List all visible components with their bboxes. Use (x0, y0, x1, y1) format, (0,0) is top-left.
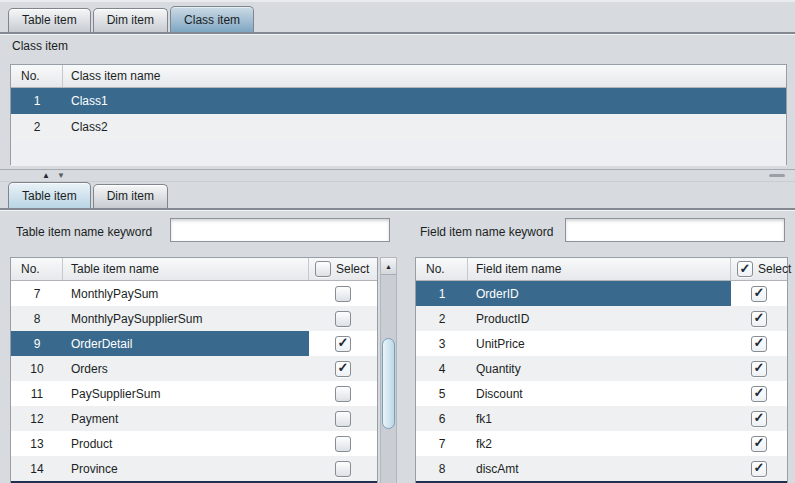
column-header-no: No. (11, 258, 63, 280)
top-tab-divider (0, 32, 795, 35)
table-row[interactable]: 3UnitPrice (416, 331, 787, 356)
table-row[interactable]: 2ProductID (416, 306, 787, 331)
row-name-cell: MonthlyPaySupplierSum (63, 306, 309, 331)
row-number-cell: 4 (416, 356, 468, 381)
row-number-cell: 12 (11, 406, 63, 431)
column-header-select: Select (731, 258, 787, 280)
splitter-collapse-up-icon[interactable]: ▲ (42, 171, 50, 180)
tab-dim-item[interactable]: Dim item (93, 8, 168, 32)
table-row[interactable]: 7fk2 (416, 431, 787, 456)
row-checkbox[interactable] (751, 311, 767, 327)
field-keyword-input[interactable] (565, 218, 785, 242)
row-name-cell: fk1 (468, 406, 731, 431)
table-row[interactable]: 13Product (11, 431, 377, 456)
row-number-cell: 8 (11, 306, 63, 331)
row-number-cell: 6 (416, 406, 468, 431)
row-select-cell (309, 381, 377, 406)
table-row[interactable]: 12Payment (11, 406, 377, 431)
table-row[interactable]: 14Province (11, 456, 377, 481)
select-all-checkbox[interactable] (315, 261, 331, 277)
table-row[interactable]: 11PaySupplierSum (11, 381, 377, 406)
row-checkbox[interactable] (335, 286, 351, 302)
column-header-no: No. (11, 65, 63, 87)
row-number-cell: 1 (11, 88, 63, 114)
table-row[interactable]: 2Class2 (11, 114, 786, 140)
lower-tab-bar: Table item Dim item (8, 181, 168, 208)
tab-table-item[interactable]: Table item (8, 8, 91, 32)
row-number-cell: 9 (11, 331, 63, 356)
splitter-collapse-down-icon[interactable]: ▼ (57, 171, 65, 180)
table-keyword-input[interactable] (170, 218, 390, 242)
row-name-cell: Class2 (63, 114, 786, 140)
row-select-cell (309, 431, 377, 456)
row-name-cell: OrderID (468, 281, 731, 306)
row-select-cell (731, 281, 787, 306)
row-checkbox[interactable] (335, 411, 351, 427)
table-item-header: No. Table item name Select (11, 258, 377, 281)
row-checkbox[interactable] (335, 436, 351, 452)
select-all-checkbox[interactable] (737, 261, 753, 277)
row-select-cell (309, 356, 377, 381)
lower-tab-dim-item[interactable]: Dim item (93, 184, 168, 208)
table-row[interactable]: 4Quantity (416, 356, 787, 381)
row-number-cell: 7 (416, 431, 468, 456)
table-row[interactable]: 6fk1 (416, 406, 787, 431)
scrollbar[interactable]: ▲ (380, 257, 397, 483)
row-select-cell (309, 406, 377, 431)
row-select-cell (309, 306, 377, 331)
table-row[interactable]: 8MonthlyPaySupplierSum (11, 306, 377, 331)
tab-class-item[interactable]: Class item (170, 6, 254, 32)
table-row[interactable]: 9OrderDetail (11, 331, 377, 356)
table-row[interactable]: 10Orders (11, 356, 377, 381)
row-select-cell (309, 281, 377, 306)
row-number-cell: 7 (11, 281, 63, 306)
row-checkbox[interactable] (751, 286, 767, 302)
row-checkbox[interactable] (751, 461, 767, 477)
row-checkbox[interactable] (751, 386, 767, 402)
row-checkbox[interactable] (751, 336, 767, 352)
row-name-cell: discAmt (468, 456, 731, 481)
app-window: Table item Dim item Class item Class ite… (0, 0, 795, 483)
row-checkbox[interactable] (335, 386, 351, 402)
row-checkbox[interactable] (335, 461, 351, 477)
splitter-grip[interactable] (769, 174, 785, 177)
column-header-class-item-name: Class item name (63, 65, 786, 87)
table-item-table: No. Table item name Select 7MonthlyPaySu… (10, 257, 378, 483)
row-name-cell: Province (63, 456, 309, 481)
row-select-cell (731, 306, 787, 331)
row-number-cell: 13 (11, 431, 63, 456)
table-keyword-label: Table item name keyword (16, 225, 152, 239)
row-number-cell: 10 (11, 356, 63, 381)
row-checkbox[interactable] (751, 411, 767, 427)
table-row[interactable]: 7MonthlyPaySum (11, 281, 377, 306)
row-number-cell: 8 (416, 456, 468, 481)
row-name-cell: ProductID (468, 306, 731, 331)
row-checkbox[interactable] (751, 436, 767, 452)
row-select-cell (731, 331, 787, 356)
row-number-cell: 2 (11, 114, 63, 140)
table-row[interactable]: 5Discount (416, 381, 787, 406)
row-number-cell: 5 (416, 381, 468, 406)
scrollbar-thumb[interactable] (382, 338, 395, 429)
table-row[interactable]: 1Class1 (11, 88, 786, 114)
row-name-cell: Payment (63, 406, 309, 431)
row-name-cell: PaySupplierSum (63, 381, 309, 406)
select-header-label: Select (336, 262, 369, 276)
lower-tab-divider (0, 208, 795, 211)
table-item-body: 7MonthlyPaySum8MonthlyPaySupplierSum9Ord… (11, 281, 377, 481)
row-name-cell: Orders (63, 356, 309, 381)
field-keyword-label: Field item name keyword (420, 225, 553, 239)
class-table-header: No. Class item name (11, 65, 786, 88)
row-checkbox[interactable] (335, 361, 351, 377)
row-number-cell: 3 (416, 331, 468, 356)
row-checkbox[interactable] (335, 311, 351, 327)
table-row[interactable]: 1OrderID (416, 281, 787, 306)
empty-row-stripe (11, 140, 786, 166)
table-row[interactable]: 8discAmt (416, 456, 787, 481)
lower-tab-table-item[interactable]: Table item (8, 182, 91, 208)
row-checkbox[interactable] (751, 361, 767, 377)
row-name-cell: OrderDetail (63, 331, 309, 356)
scroll-up-button[interactable]: ▲ (381, 258, 396, 275)
row-checkbox[interactable] (335, 336, 351, 352)
select-header-label: Select (758, 262, 791, 276)
